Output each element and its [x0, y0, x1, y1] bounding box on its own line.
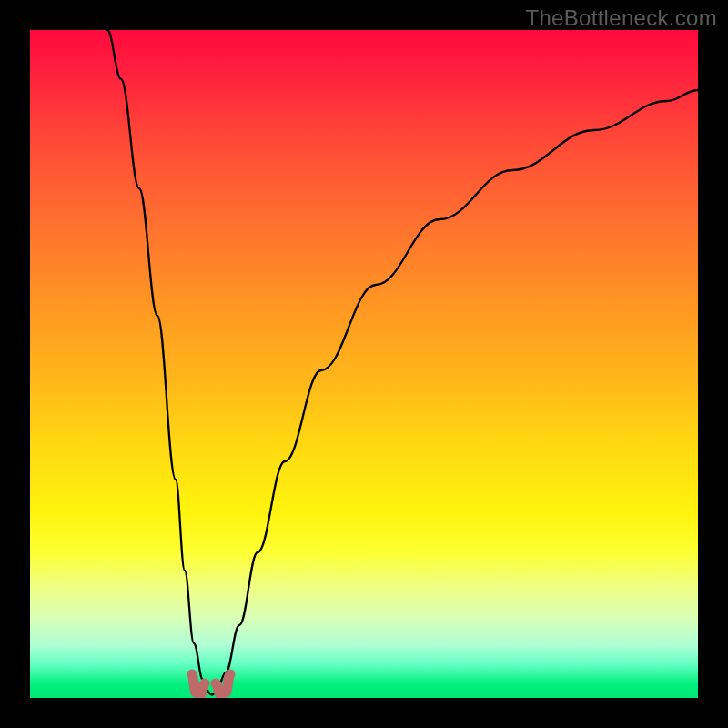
plot-area [30, 30, 698, 698]
curve-path [107, 30, 698, 695]
trough-marker-left [192, 674, 205, 694]
bottleneck-curve [30, 30, 698, 698]
watermark-text: TheBottleneck.com [525, 5, 717, 31]
chart-frame: TheBottleneck.com [0, 0, 728, 728]
